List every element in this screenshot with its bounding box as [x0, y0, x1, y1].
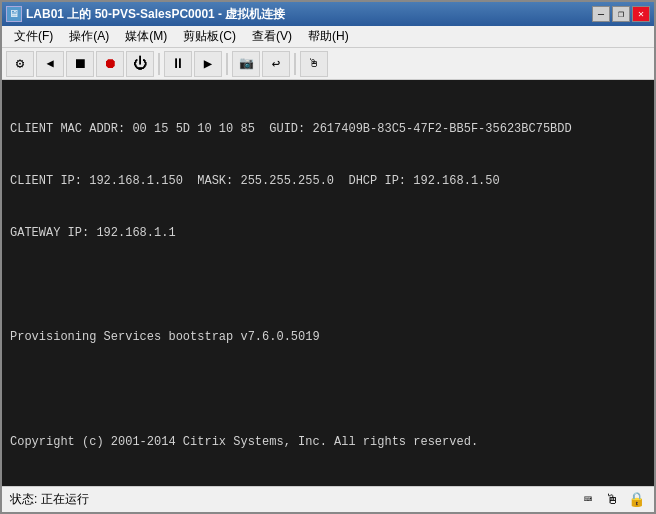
window-title: LAB01 上的 50-PVS-SalesPC0001 - 虚拟机连接 [26, 6, 285, 23]
title-bar: 🖥 LAB01 上的 50-PVS-SalesPC0001 - 虚拟机连接 — … [2, 2, 654, 26]
menu-action[interactable]: 操作(A) [61, 26, 117, 47]
vm-icon: 🖥 [6, 6, 22, 22]
console-line-7: Copyright (c) 2001-2014 Citrix Systems, … [10, 434, 646, 451]
restore-button[interactable]: ❐ [612, 6, 630, 22]
toolbar-mouse-btn[interactable]: 🖱 [300, 51, 328, 77]
lock-icon: 🔒 [626, 491, 646, 509]
toolbar-settings-btn[interactable]: ⚙ [6, 51, 34, 77]
status-value: 正在运行 [41, 492, 89, 506]
title-bar-left: 🖥 LAB01 上的 50-PVS-SalesPC0001 - 虚拟机连接 [6, 6, 285, 23]
menu-view[interactable]: 查看(V) [244, 26, 300, 47]
keyboard-icon: ⌨ [578, 491, 598, 509]
console-line-4 [10, 277, 646, 294]
console-area[interactable]: CLIENT MAC ADDR: 00 15 5D 10 10 85 GUID:… [2, 80, 654, 486]
console-text: CLIENT MAC ADDR: 00 15 5D 10 10 85 GUID:… [10, 86, 646, 486]
toolbar-separator-1 [158, 53, 160, 75]
toolbar-record-btn[interactable]: ⏺ [96, 51, 124, 77]
console-line-6 [10, 382, 646, 399]
menu-clipboard[interactable]: 剪贴板(C) [175, 26, 244, 47]
toolbar-separator-3 [294, 53, 296, 75]
toolbar-stop-btn[interactable]: ⏹ [66, 51, 94, 77]
toolbar-power-btn[interactable]: ⏻ [126, 51, 154, 77]
toolbar-undo-btn[interactable]: ↩ [262, 51, 290, 77]
close-button[interactable]: ✕ [632, 6, 650, 22]
status-label: 状态: [10, 492, 37, 506]
statusbar: 状态: 正在运行 ⌨ 🖱 🔒 [2, 486, 654, 512]
status-text: 状态: 正在运行 [10, 491, 89, 508]
menu-file[interactable]: 文件(F) [6, 26, 61, 47]
status-icons: ⌨ 🖱 🔒 [578, 491, 646, 509]
menu-media[interactable]: 媒体(M) [117, 26, 175, 47]
toolbar: ⚙ ◀ ⏹ ⏺ ⏻ ⏸ ▶ 📷 ↩ 🖱 [2, 48, 654, 80]
toolbar-separator-2 [226, 53, 228, 75]
menu-help[interactable]: 帮助(H) [300, 26, 357, 47]
toolbar-pause-btn[interactable]: ⏸ [164, 51, 192, 77]
console-line-1: CLIENT MAC ADDR: 00 15 5D 10 10 85 GUID:… [10, 121, 646, 138]
mouse-icon: 🖱 [602, 491, 622, 509]
minimize-button[interactable]: — [592, 6, 610, 22]
menubar: 文件(F) 操作(A) 媒体(M) 剪贴板(C) 查看(V) 帮助(H) [2, 26, 654, 48]
vm-window: 🖥 LAB01 上的 50-PVS-SalesPC0001 - 虚拟机连接 — … [0, 0, 656, 514]
toolbar-screenshot-btn[interactable]: 📷 [232, 51, 260, 77]
toolbar-play-btn[interactable]: ▶ [194, 51, 222, 77]
console-line-5: Provisioning Services bootstrap v7.6.0.5… [10, 329, 646, 346]
toolbar-back-btn[interactable]: ◀ [36, 51, 64, 77]
console-line-3: GATEWAY IP: 192.168.1.1 [10, 225, 646, 242]
console-line-2: CLIENT IP: 192.168.1.150 MASK: 255.255.2… [10, 173, 646, 190]
title-bar-buttons: — ❐ ✕ [592, 6, 650, 22]
